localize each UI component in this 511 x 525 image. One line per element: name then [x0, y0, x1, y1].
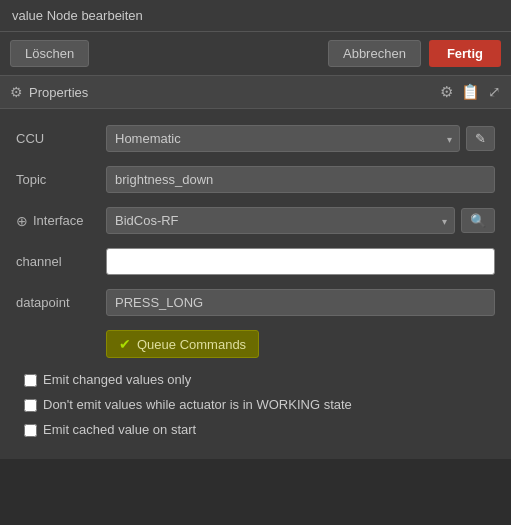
- properties-title: ⚙ Properties: [10, 84, 88, 100]
- done-button[interactable]: Fertig: [429, 40, 501, 67]
- interface-label: ⊕ Interface: [16, 213, 106, 229]
- ccu-select-wrap: Homematic ▾: [106, 125, 460, 152]
- topic-row: Topic: [16, 166, 495, 193]
- topic-input[interactable]: [106, 166, 495, 193]
- datapoint-row: datapoint: [16, 289, 495, 316]
- datapoint-label: datapoint: [16, 295, 106, 310]
- emit-cached-checkbox[interactable]: [24, 424, 37, 437]
- properties-header: ⚙ Properties ⚙ 📋 ⤢: [0, 76, 511, 109]
- emit-changed-label: Emit changed values only: [43, 372, 191, 387]
- doc-icon[interactable]: 📋: [461, 83, 480, 101]
- cancel-button[interactable]: Abbrechen: [328, 40, 421, 67]
- channel-row: channel: [16, 248, 495, 275]
- datapoint-input[interactable]: [106, 289, 495, 316]
- topic-label: Topic: [16, 172, 106, 187]
- settings-icon[interactable]: ⚙: [440, 83, 453, 101]
- ccu-row: CCU Homematic ▾ ✎: [16, 125, 495, 152]
- toolbar-right: Abbrechen Fertig: [328, 40, 501, 67]
- no-emit-working-checkbox[interactable]: [24, 399, 37, 412]
- interface-search-button[interactable]: 🔍: [461, 208, 495, 233]
- header-icons: ⚙ 📋 ⤢: [440, 83, 501, 101]
- window-title: value Node bearbeiten: [12, 8, 143, 23]
- interface-select-wrap: BidCos-RF ▾: [106, 207, 455, 234]
- interface-row: ⊕ Interface BidCos-RF ▾ 🔍: [16, 207, 495, 234]
- datapoint-control: [106, 289, 495, 316]
- ccu-edit-button[interactable]: ✎: [466, 126, 495, 151]
- channel-control: [106, 248, 495, 275]
- queue-commands-button[interactable]: ✔ Queue Commands: [106, 330, 259, 358]
- ccu-control: Homematic ▾ ✎: [106, 125, 495, 152]
- queue-commands-label: Queue Commands: [137, 337, 246, 352]
- form-area: CCU Homematic ▾ ✎ Topic ⊕ Interface BidC: [0, 109, 511, 459]
- no-emit-working-label: Don't emit values while actuator is in W…: [43, 397, 352, 412]
- channel-input[interactable]: [106, 248, 495, 275]
- checkbox-row-0: Emit changed values only: [16, 372, 495, 387]
- resize-icon[interactable]: ⤢: [488, 83, 501, 101]
- gear-icon: ⚙: [10, 84, 23, 100]
- emit-changed-checkbox[interactable]: [24, 374, 37, 387]
- checkbox-row-2: Emit cached value on start: [16, 422, 495, 437]
- checkbox-row-1: Don't emit values while actuator is in W…: [16, 397, 495, 412]
- title-bar: value Node bearbeiten: [0, 0, 511, 32]
- checkmark-icon: ✔: [119, 336, 131, 352]
- emit-cached-label: Emit cached value on start: [43, 422, 196, 437]
- ccu-select[interactable]: Homematic: [106, 125, 460, 152]
- ccu-label: CCU: [16, 131, 106, 146]
- delete-button[interactable]: Löschen: [10, 40, 89, 67]
- interface-control: BidCos-RF ▾ 🔍: [106, 207, 495, 234]
- properties-label: Properties: [29, 85, 88, 100]
- toolbar: Löschen Abbrechen Fertig: [0, 32, 511, 76]
- topic-control: [106, 166, 495, 193]
- channel-label: channel: [16, 254, 106, 269]
- globe-icon: ⊕: [16, 213, 28, 229]
- interface-select[interactable]: BidCos-RF: [106, 207, 455, 234]
